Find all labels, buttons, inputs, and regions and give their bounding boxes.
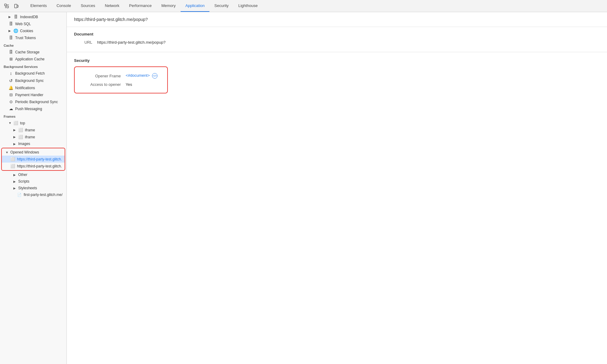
images-label: Images xyxy=(18,142,30,146)
sidebar-item-ow-1[interactable]: ⬜ https://third-party-test.glitch. xyxy=(2,156,65,163)
push-messaging-icon: ☁ xyxy=(8,106,13,111)
sidebar-item-stylesheets[interactable]: ▶ Stylesheets xyxy=(0,185,66,191)
ow1-label: https://third-party-test.glitch. xyxy=(17,157,62,161)
svg-rect-4 xyxy=(15,4,17,8)
cookies-icon: 🌐 xyxy=(13,29,18,33)
sidebar-item-periodic-bg-sync[interactable]: ⊙ Periodic Background Sync xyxy=(0,98,66,105)
sidebar-item-ow-2[interactable]: ⬜ https://third-party-test.glitch. xyxy=(2,163,65,170)
expand-arrow-indexeddb: ▶ xyxy=(8,15,12,19)
page-url: https://third-party-test.glitch.me/popup… xyxy=(74,17,148,22)
iframe2-label: iframe xyxy=(25,135,35,139)
other-label: Other xyxy=(18,173,27,177)
indexeddb-label: IndexedDB xyxy=(20,15,38,19)
expand-arrow-images: ▶ xyxy=(13,142,16,146)
ow2-label: https://third-party-test.glitch. xyxy=(17,164,62,168)
bg-sync-icon: ↺ xyxy=(8,78,13,83)
sidebar-item-top[interactable]: ▼ ⬜ top xyxy=(0,120,66,126)
url-field-row: URL https://third-party-test.glitch.me/p… xyxy=(74,40,600,45)
sidebar-item-other[interactable]: ▶ Other xyxy=(0,171,66,178)
ow1-icon: ⬜ xyxy=(10,157,15,161)
document-section: Document URL https://third-party-test.gl… xyxy=(67,27,607,52)
sidebar-item-cache-storage[interactable]: 🗄 Cache Storage xyxy=(0,49,66,56)
tab-network[interactable]: Network xyxy=(100,0,124,12)
svg-rect-0 xyxy=(5,4,6,6)
expand-arrow-cookies: ▶ xyxy=(8,29,12,32)
nav-icons xyxy=(2,2,21,10)
expand-arrow-stylesheets: ▶ xyxy=(13,187,16,190)
cookies-label: Cookies xyxy=(20,29,33,33)
ow2-icon: ⬜ xyxy=(10,164,15,168)
bg-fetch-icon: ↕ xyxy=(8,71,13,76)
sidebar-item-push-messaging[interactable]: ☁ Push Messaging xyxy=(0,105,66,112)
trust-tokens-icon: 🗄 xyxy=(8,35,13,40)
sidebar-item-bg-fetch[interactable]: ↕ Background Fetch xyxy=(0,70,66,77)
sidebar-item-websql[interactable]: 🗄 Web SQL xyxy=(0,20,66,27)
app-cache-icon: ⊞ xyxy=(8,57,13,61)
document-section-title: Document xyxy=(74,32,600,36)
cache-storage-icon: 🗄 xyxy=(8,50,13,54)
tab-performance[interactable]: Performance xyxy=(124,0,156,12)
sidebar-item-first-party[interactable]: 📄 first-party-test.glitch.me/ xyxy=(0,191,66,198)
opened-windows-label: Opened Windows xyxy=(10,150,39,154)
section-label-bg-services: Background Services xyxy=(0,62,66,70)
expand-arrow-other: ▶ xyxy=(13,173,16,177)
code-icon: </> xyxy=(152,73,158,79)
stylesheets-label: Stylesheets xyxy=(18,186,37,190)
opener-frame-row: Opener Frame <#document> </> xyxy=(84,73,158,79)
inspect-icon-btn[interactable] xyxy=(2,2,11,10)
opener-frame-label: Opener Frame xyxy=(84,74,121,78)
opener-frame-link[interactable]: <#document> xyxy=(126,73,150,78)
sidebar-item-payment-handler[interactable]: ⊟ Payment Handler xyxy=(0,91,66,98)
bg-sync-label: Background Sync xyxy=(15,79,44,83)
sidebar-item-opened-windows[interactable]: ▼ Opened Windows xyxy=(2,149,65,156)
websql-icon: 🗄 xyxy=(8,22,13,26)
tab-application[interactable]: Application xyxy=(181,0,210,12)
expand-arrow-opened-windows: ▼ xyxy=(5,151,8,154)
top-icon: ⬜ xyxy=(13,121,18,125)
tab-memory[interactable]: Memory xyxy=(157,0,181,12)
access-opener-label: Access to opener xyxy=(84,82,121,87)
first-party-icon: 📄 xyxy=(17,193,22,197)
content-url-bar: https://third-party-test.glitch.me/popup… xyxy=(67,12,607,27)
sidebar-item-notifications[interactable]: 🔔 Notifications xyxy=(0,84,66,91)
device-toggle-btn[interactable] xyxy=(12,2,21,10)
iframe1-icon: ⬜ xyxy=(18,128,23,132)
section-label-frames: Frames xyxy=(0,112,66,120)
security-section: Security Opener Frame <#document> </> Ac… xyxy=(67,52,607,99)
main-content: https://third-party-test.glitch.me/popup… xyxy=(67,12,607,364)
sidebar-item-images[interactable]: ▶ Images xyxy=(0,140,66,147)
bg-fetch-label: Background Fetch xyxy=(15,71,45,76)
expand-arrow-scripts: ▶ xyxy=(13,180,16,183)
app-cache-label: Application Cache xyxy=(15,57,45,61)
sidebar-item-iframe-1[interactable]: ▶ ⬜ iframe xyxy=(0,126,66,133)
sidebar-item-bg-sync[interactable]: ↺ Background Sync xyxy=(0,77,66,84)
devtools-navbar: Elements Console Sources Network Perform… xyxy=(0,0,607,12)
payment-handler-icon: ⊟ xyxy=(8,93,13,97)
sidebar-item-iframe-2[interactable]: ▶ ⬜ iframe xyxy=(0,133,66,140)
sidebar: ▶ 🗄 IndexedDB 🗄 Web SQL ▶ 🌐 Cookies 🗄 Tr… xyxy=(0,12,67,364)
tab-lighthouse[interactable]: Lighthouse xyxy=(233,0,263,12)
sidebar-item-app-cache[interactable]: ⊞ Application Cache xyxy=(0,56,66,62)
first-party-label: first-party-test.glitch.me/ xyxy=(24,193,63,197)
sidebar-item-trust-tokens[interactable]: 🗄 Trust Tokens xyxy=(0,34,66,41)
svg-rect-5 xyxy=(17,5,18,7)
periodic-bg-sync-icon: ⊙ xyxy=(8,99,13,104)
svg-rect-3 xyxy=(7,6,8,8)
expand-arrow-top: ▼ xyxy=(8,121,12,125)
nav-tabs: Elements Console Sources Network Perform… xyxy=(25,0,263,12)
security-box: Opener Frame <#document> </> Access to o… xyxy=(74,66,168,93)
tab-security[interactable]: Security xyxy=(209,0,233,12)
sidebar-item-indexeddb[interactable]: ▶ 🗄 IndexedDB xyxy=(0,13,66,20)
url-label: URL xyxy=(74,40,92,45)
sidebar-item-cookies[interactable]: ▶ 🌐 Cookies xyxy=(0,27,66,34)
security-section-title: Security xyxy=(74,58,600,63)
payment-handler-label: Payment Handler xyxy=(15,93,43,97)
tab-elements[interactable]: Elements xyxy=(25,0,52,12)
opener-frame-value: <#document> </> xyxy=(126,73,158,79)
expand-arrow-iframe1: ▶ xyxy=(13,128,16,132)
tab-sources[interactable]: Sources xyxy=(76,0,100,12)
periodic-bg-sync-label: Periodic Background Sync xyxy=(15,100,58,104)
access-opener-value: Yes xyxy=(126,82,132,87)
sidebar-item-scripts[interactable]: ▶ Scripts xyxy=(0,178,66,185)
tab-console[interactable]: Console xyxy=(52,0,76,12)
